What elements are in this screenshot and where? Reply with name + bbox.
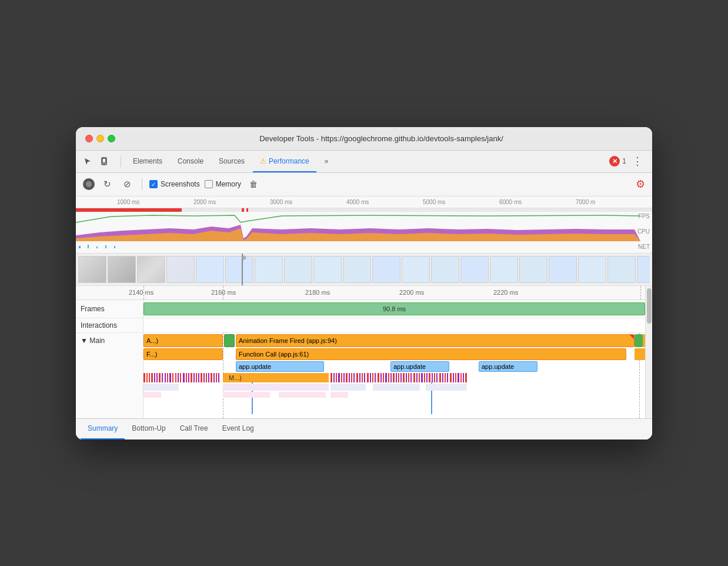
screenshot-thumb[interactable]: [578, 256, 606, 283]
flame-chart-svg: M...): [143, 373, 645, 414]
task-app-update-1[interactable]: app.update: [236, 361, 324, 372]
screenshot-thumb[interactable]: [637, 256, 650, 283]
time-label-4000: 4000 ms: [346, 199, 369, 205]
tab-performance[interactable]: ⚠ Performance: [253, 150, 316, 172]
svg-rect-31: [193, 373, 195, 382]
screenshot-thumb[interactable]: [284, 256, 312, 283]
maximize-button[interactable]: [108, 135, 115, 142]
screenshot-thumb[interactable]: [225, 256, 253, 283]
record-button[interactable]: [83, 178, 95, 190]
cpu-label: CPU: [637, 228, 650, 235]
screenshot-thumb[interactable]: [519, 256, 547, 283]
svg-rect-61: [380, 373, 382, 382]
svg-rect-80: [429, 373, 430, 382]
svg-rect-27: [183, 373, 185, 382]
svg-rect-33: [198, 373, 199, 382]
detail-time-2200: 2200 ms: [399, 289, 424, 296]
svg-rect-7: [96, 247, 98, 248]
tab-call-tree[interactable]: Call Tree: [173, 418, 215, 440]
svg-rect-5: [79, 246, 81, 248]
screenshots-checkbox[interactable]: [149, 180, 158, 188]
screenshot-thumb[interactable]: [166, 256, 195, 283]
svg-rect-91: [457, 373, 459, 382]
svg-rect-75: [416, 373, 418, 382]
task-a-short[interactable]: A...): [143, 334, 223, 347]
svg-rect-99: [330, 384, 366, 391]
svg-rect-24: [175, 373, 176, 382]
svg-rect-55: [364, 373, 365, 382]
svg-rect-98: [223, 384, 329, 391]
screenshot-thumbs: [78, 256, 650, 283]
settings-button[interactable]: ⚙: [636, 178, 645, 191]
screenshot-thumb[interactable]: [490, 256, 518, 283]
svg-rect-51: [353, 373, 355, 382]
screenshot-thumb[interactable]: [108, 256, 136, 283]
main-track: ▼ Main A...) Animat: [76, 333, 645, 418]
svg-rect-82: [434, 373, 435, 382]
svg-rect-38: [211, 373, 212, 382]
svg-rect-72: [408, 373, 409, 382]
trash-button[interactable]: 🗑: [246, 177, 261, 192]
error-badge: ✕ 1: [609, 156, 626, 167]
frames-track: Frames 90.8 ms: [76, 300, 645, 318]
mobile-icon[interactable]: [97, 154, 111, 168]
screenshot-thumb[interactable]: [402, 256, 430, 283]
scrollbar-thumb[interactable]: [647, 288, 652, 324]
timeline-scrollbar[interactable]: [645, 286, 652, 418]
svg-rect-71: [406, 373, 407, 382]
time-ruler-detail: 2140 ms 2160 ms 2180 ms 2200 ms 2220 ms: [76, 286, 645, 300]
screenshot-thumb[interactable]: [78, 256, 106, 283]
tab-sources[interactable]: Sources: [212, 150, 252, 172]
svg-rect-37: [208, 373, 209, 382]
minimize-button[interactable]: [96, 135, 104, 142]
clear-button[interactable]: ⊘: [119, 177, 135, 192]
memory-checkbox[interactable]: [205, 180, 213, 188]
screenshot-thumb[interactable]: [372, 256, 400, 283]
task-f-short[interactable]: F...): [143, 348, 223, 360]
svg-rect-100: [373, 384, 420, 391]
close-button[interactable]: [85, 135, 93, 142]
screenshot-thumb[interactable]: [196, 256, 224, 283]
frame-bar[interactable]: 90.8 ms: [143, 302, 645, 315]
tab-separator-1: [121, 155, 121, 167]
kebab-menu[interactable]: ⋮: [627, 152, 647, 170]
frames-content[interactable]: 90.8 ms: [143, 300, 645, 318]
screenshot-thumb[interactable]: [607, 256, 636, 283]
svg-rect-43: [333, 373, 335, 382]
traffic-lights: [85, 135, 115, 142]
svg-point-2: [104, 164, 105, 165]
tab-more[interactable]: »: [318, 150, 336, 172]
screenshot-thumb[interactable]: [255, 256, 283, 283]
screenshot-thumb[interactable]: [137, 256, 165, 283]
svg-rect-9: [114, 246, 115, 248]
tab-summary[interactable]: Summary: [81, 418, 125, 440]
screenshot-thumb[interactable]: [549, 256, 577, 283]
frames-label: Frames: [76, 300, 143, 318]
screenshot-thumb[interactable]: [313, 256, 342, 283]
screenshot-thumb[interactable]: [431, 256, 459, 283]
screenshot-thumb[interactable]: [343, 256, 371, 283]
task-app-update-3[interactable]: app.update: [479, 361, 537, 372]
reload-record-button[interactable]: ↻: [99, 177, 115, 192]
svg-rect-79: [426, 373, 428, 382]
memory-checkbox-label[interactable]: Memory: [205, 180, 241, 188]
fps-label: FPS: [639, 213, 650, 219]
svg-rect-32: [196, 373, 197, 382]
screenshot-thumb[interactable]: [460, 256, 489, 283]
svg-rect-66: [393, 373, 395, 382]
tab-bottom-up[interactable]: Bottom-Up: [125, 418, 172, 440]
task-function-call[interactable]: Function Call (app.js:61): [236, 348, 626, 360]
detail-time-2180: 2180 ms: [305, 289, 330, 296]
screenshots-checkbox-label[interactable]: Screenshots: [149, 180, 200, 188]
svg-rect-62: [383, 373, 384, 382]
cpu-row: CPU: [76, 224, 652, 241]
task-green-1[interactable]: [224, 334, 235, 347]
tab-elements[interactable]: Elements: [126, 150, 169, 172]
tab-console[interactable]: Console: [171, 150, 211, 172]
overview-panel[interactable]: 1000 ms 2000 ms 3000 ms 4000 ms 5000 ms …: [76, 197, 652, 286]
cursor-icon[interactable]: [81, 154, 95, 168]
main-content[interactable]: A...) Animation Frame Fired (app.js:94): [143, 333, 645, 418]
tab-event-log[interactable]: Event Log: [215, 418, 261, 440]
task-animation-frame[interactable]: Animation Frame Fired (app.js:94): [236, 334, 635, 347]
task-app-update-2[interactable]: app.update: [390, 361, 449, 372]
